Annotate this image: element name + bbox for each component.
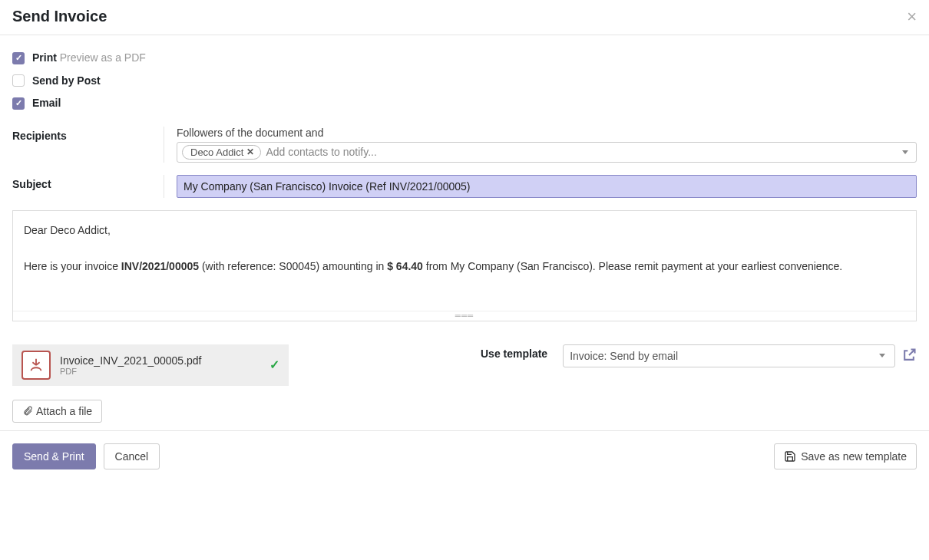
body-greeting: Dear Deco Addict, [24,222,905,240]
save-template-label: Save as new template [801,450,907,463]
email-body-editor: Dear Deco Addict, Here is your invoice I… [12,210,917,321]
recipient-tag[interactable]: Deco Addict ✕ [182,145,261,160]
recipients-label: Recipients [12,127,164,163]
external-link-icon[interactable] [901,344,917,365]
save-icon [784,450,796,463]
print-label: Print [32,51,57,64]
recipients-input[interactable]: Deco Addict ✕ Add contacts to notify... [177,142,917,163]
chevron-down-icon[interactable] [879,354,885,357]
save-template-button[interactable]: Save as new template [774,443,917,469]
attach-file-label: Attach a file [36,405,92,417]
checkbox-post[interactable] [12,74,25,87]
attachment-name: Invoice_INV_2021_00005.pdf [60,354,260,367]
subject-label: Subject [12,175,164,198]
subject-input[interactable] [177,175,917,198]
dialog-footer: Send & Print Cancel Save as new template [0,430,929,482]
template-value: Invoice: Send by email [570,350,678,362]
print-hint: Preview as a PDF [60,51,146,64]
cancel-button[interactable]: Cancel [104,443,160,469]
option-email-row[interactable]: Email [12,96,917,111]
checkbox-email[interactable] [12,97,25,110]
attach-file-button[interactable]: Attach a file [12,400,102,423]
check-icon: ✓ [269,357,279,372]
email-label: Email [32,96,61,111]
attachment-type: PDF [60,367,260,376]
email-body-content[interactable]: Dear Deco Addict, Here is your invoice I… [13,211,916,311]
option-post-row[interactable]: Send by Post [12,74,917,89]
body-line1: Here is your invoice INV/2021/00005 (wit… [24,258,905,276]
attachment-chip[interactable]: Invoice_INV_2021_00005.pdf PDF ✓ [12,344,289,386]
followers-text: Followers of the document and [177,127,917,139]
dialog-header: Send Invoice × [0,0,929,35]
post-label: Send by Post [32,74,101,89]
dialog-title: Send Invoice [12,8,107,25]
send-invoice-dialog: Send Invoice × Print Preview as a PDF Se… [0,0,929,482]
resize-grip-icon[interactable]: ═══ [13,311,916,321]
chevron-down-icon[interactable] [902,150,908,154]
template-select[interactable]: Invoice: Send by email [563,344,895,367]
send-print-button[interactable]: Send & Print [12,443,96,469]
checkbox-print[interactable] [12,52,25,64]
tag-remove-icon[interactable]: ✕ [246,147,254,157]
use-template-label: Use template [481,344,547,423]
recipients-placeholder: Add contacts to notify... [266,146,898,158]
pdf-icon [21,351,51,380]
option-print-row[interactable]: Print Preview as a PDF [12,51,917,66]
tag-label: Deco Addict [190,147,243,158]
paperclip-icon [22,406,33,417]
close-icon[interactable]: × [907,8,917,25]
